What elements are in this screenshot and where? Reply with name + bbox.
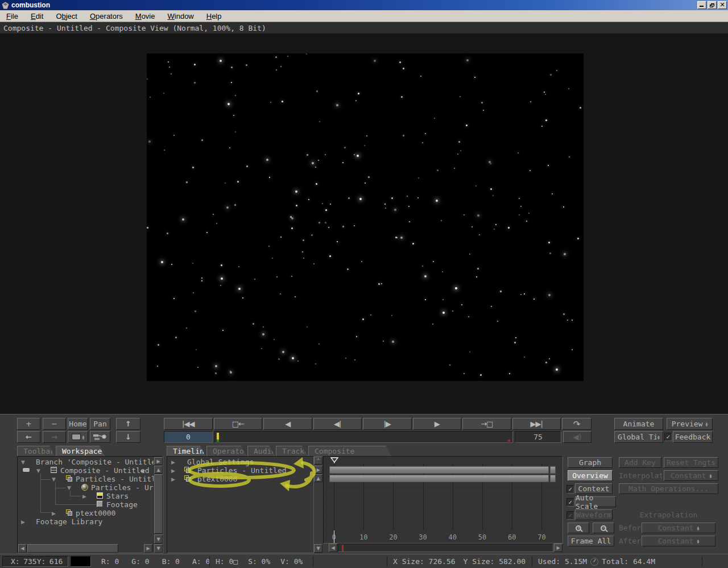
workspace-scroll-page-button[interactable]: ▶ xyxy=(154,457,163,465)
tree-row-particles-ur[interactable]: ▼Particles - Ur xyxy=(18,483,154,492)
timeline-expand-button[interactable]: ▶ xyxy=(314,466,322,474)
duration-bar[interactable] xyxy=(329,466,549,474)
close-button[interactable]: ✕ xyxy=(718,1,727,9)
title-bar[interactable]: combustion ✕ xyxy=(0,0,728,10)
next-marker-button[interactable]: →□ xyxy=(462,418,511,430)
graph-zoom-in-button[interactable]: + xyxy=(568,523,589,533)
timeline-tree[interactable]: ▶Global Settings▶Particles - Untitled▶pt… xyxy=(167,457,313,553)
duration-bar-cap[interactable] xyxy=(550,466,556,474)
child-down-button[interactable]: ↓ xyxy=(116,431,140,443)
interpolation-dropdown[interactable]: Constant ▲▼ xyxy=(664,470,718,481)
workspace-scroll-down-button[interactable]: ▼ xyxy=(154,534,163,544)
duration-bar[interactable] xyxy=(329,475,549,482)
collapse-icon[interactable]: ▼ xyxy=(21,459,27,465)
expand-icon[interactable]: ▶ xyxy=(171,468,177,474)
feedback-button[interactable]: Feedback xyxy=(673,431,713,443)
add-key-button[interactable]: Add Key xyxy=(619,457,661,468)
tree-row-stars[interactable]: ▶Stars xyxy=(18,492,154,500)
tree-row-ptext0000[interactable]: ▶ptext0000 xyxy=(18,509,154,517)
workspace-scroll-corner-button[interactable]: ▼ xyxy=(154,544,163,553)
go-to-end-button[interactable]: ▶▶| xyxy=(512,418,561,430)
tree-row-composite-untitled[interactable]: ▼Composite - Untitled◄ xyxy=(18,466,154,475)
timeline-row-ptext0000[interactable]: ▶ptext0000 xyxy=(167,475,313,483)
context-button[interactable]: Context xyxy=(575,483,613,494)
layer-select-button[interactable]: ▲▼ xyxy=(68,431,88,443)
layer-spinner[interactable]: ▲▼ xyxy=(82,435,85,440)
parent-up-button[interactable]: ↑ xyxy=(116,418,140,430)
before-dropdown[interactable]: Constant ▲▼ xyxy=(642,523,715,533)
tab-timeline[interactable]: Timeline xyxy=(167,446,205,456)
context-checkbox[interactable]: ✓ xyxy=(566,485,574,494)
scrubber-position-marker[interactable] xyxy=(217,433,219,440)
overview-button[interactable]: Overview xyxy=(568,470,613,481)
go-to-start-button[interactable]: |◀◀ xyxy=(164,418,213,430)
tab-composite-controls[interactable]: Composite Controls xyxy=(308,446,391,456)
auto-scale-button[interactable]: Auto Scale xyxy=(575,496,616,507)
workspace-scroll-right-button[interactable]: ▶ xyxy=(144,544,152,553)
expand-icon[interactable]: ▶ xyxy=(52,511,57,516)
back-button[interactable]: ← xyxy=(17,431,40,443)
workspace-hscrollbar-thumb[interactable] xyxy=(27,544,118,553)
current-frame-field[interactable]: 0 xyxy=(164,431,213,443)
tab-audio[interactable]: Audio xyxy=(247,446,275,456)
pan-button[interactable]: Pan xyxy=(90,418,110,430)
waveform-checkbox[interactable]: ✓ xyxy=(566,511,574,520)
auto-scale-checkbox[interactable]: ✓ xyxy=(566,498,574,507)
timeline-row-particles-untitled[interactable]: ▶Particles - Untitled xyxy=(167,466,313,475)
end-frame-field[interactable]: 75 xyxy=(515,431,561,443)
frame-scrubber[interactable] xyxy=(214,431,513,443)
workspace-scroll-up-button[interactable]: ▲ xyxy=(154,466,163,474)
menu-window[interactable]: Window xyxy=(162,11,200,21)
zoom-in-button[interactable]: + xyxy=(17,418,40,430)
timeline-hscroll-track[interactable] xyxy=(338,544,553,552)
menu-file[interactable]: File xyxy=(0,11,24,21)
math-operations-button[interactable]: Math Operations... xyxy=(619,483,718,494)
tab-workspace[interactable]: Workspace xyxy=(56,446,105,456)
zoom-out-button[interactable]: − xyxy=(43,418,66,430)
workspace-scroll-left-button[interactable]: ◀ xyxy=(18,544,27,553)
timeline-row-global-settings[interactable]: ▶Global Settings xyxy=(167,458,313,466)
step-forward-button[interactable]: |▶ xyxy=(363,418,412,430)
tree-row-branch-composite-untitled-[interactable]: ▼Branch 'Composite - Untitled' xyxy=(18,458,154,466)
graph-button[interactable]: Graph xyxy=(568,457,613,468)
collapse-icon[interactable]: ▼ xyxy=(52,476,57,482)
tree-row-footage-library[interactable]: ▶Footage Library xyxy=(18,517,154,526)
timeline-tracks[interactable]: 010203040506070 xyxy=(323,456,563,544)
step-back-button[interactable]: ◀| xyxy=(313,418,362,430)
workspace-vscrollbar-thumb[interactable] xyxy=(154,474,163,534)
after-dropdown[interactable]: Constant ▲▼ xyxy=(642,536,715,546)
preview-spinner[interactable]: ▲▼ xyxy=(705,422,708,426)
audio-mute-button[interactable]: ◀) xyxy=(563,431,592,443)
previous-marker-button[interactable]: □← xyxy=(214,418,263,430)
feedback-checkbox[interactable]: ✓ xyxy=(664,433,672,441)
global-time-button[interactable]: Global Time ▲▼ xyxy=(614,431,663,443)
menu-help[interactable]: Help xyxy=(200,11,228,21)
waveform-button[interactable]: Waveform xyxy=(575,509,613,520)
play-button[interactable]: ▶ xyxy=(413,418,462,430)
tree-row-particles-untitl[interactable]: ▼Particles - Untitl xyxy=(18,475,154,483)
expand-icon[interactable]: ▶ xyxy=(171,476,177,482)
playback-mode-button[interactable]: ↷ xyxy=(562,418,592,430)
timeline-collapse-button[interactable]: ^ xyxy=(314,457,322,465)
playhead-handle[interactable] xyxy=(330,457,338,463)
collapse-icon[interactable]: ▼ xyxy=(36,468,42,474)
expand-icon[interactable]: ▶ xyxy=(82,494,88,499)
workspace-tree[interactable]: ▼Branch 'Composite - Untitled'▼Composite… xyxy=(18,457,154,544)
home-button[interactable]: Home xyxy=(68,418,88,430)
graph-zoom-out-button[interactable]: − xyxy=(593,523,614,533)
frame-all-button[interactable]: Frame All xyxy=(568,536,614,546)
tab-tracker[interactable]: Tracker xyxy=(276,446,307,456)
duration-bar-cap[interactable] xyxy=(550,475,556,482)
restore-button[interactable] xyxy=(708,1,717,9)
menu-movie[interactable]: Movie xyxy=(129,11,162,21)
visibility-toggle[interactable] xyxy=(22,467,30,472)
timeline-scroll-left-button[interactable]: ◀ xyxy=(329,544,337,552)
menu-operators[interactable]: Operators xyxy=(84,11,129,21)
tab-operators[interactable]: Operators xyxy=(206,446,246,456)
expand-icon[interactable]: ▶ xyxy=(171,459,177,465)
timeline-scroll-up-button[interactable]: ▲ xyxy=(314,474,322,482)
composite-canvas[interactable] xyxy=(147,53,584,381)
global-time-spinner[interactable]: ▲▼ xyxy=(657,435,660,440)
forward-button[interactable]: → xyxy=(43,431,66,443)
expand-icon[interactable]: ▶ xyxy=(21,519,27,525)
